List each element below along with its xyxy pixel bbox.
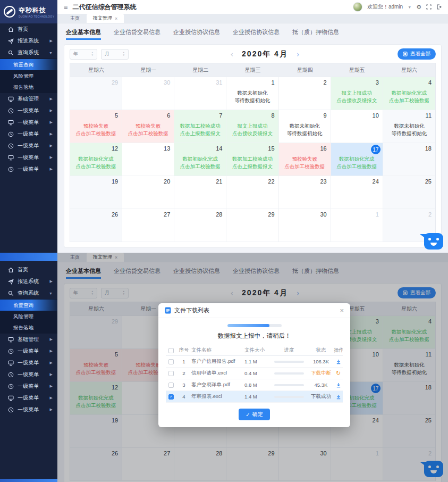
calendar-day-cell[interactable]: 9数据未初始化等待数据初始化 bbox=[279, 110, 331, 143]
calendar-day-cell[interactable]: 30 bbox=[279, 209, 331, 242]
day-status-line[interactable]: 点击加工校验数据 bbox=[386, 97, 432, 103]
sidebar-item[interactable]: 报送系统▶ bbox=[0, 276, 57, 287]
calendar-day-cell[interactable]: 10 bbox=[331, 110, 383, 143]
day-status-line[interactable]: 等待数据初始化 bbox=[386, 130, 432, 136]
sidebar-item[interactable]: 一级菜单▶ bbox=[0, 392, 57, 404]
year-select[interactable]: 年 ▲▼ bbox=[70, 49, 97, 60]
sidebar-subitem[interactable]: 报告落地 bbox=[0, 81, 57, 93]
calendar-day-cell[interactable]: 24 bbox=[331, 176, 383, 209]
stepper-icon[interactable]: ▲▼ bbox=[91, 52, 94, 56]
sidebar-item[interactable]: 查询系统▼ bbox=[0, 47, 57, 59]
day-status-line[interactable]: 点击加工校验数据 bbox=[125, 130, 171, 136]
day-status-line[interactable]: 等待数据初始化 bbox=[282, 130, 327, 136]
calendar-day-cell[interactable]: 31 bbox=[174, 77, 226, 110]
calendar-day-cell[interactable]: 11数据未初始化等待数据初始化 bbox=[383, 110, 435, 143]
day-status-line[interactable]: 点击加工校验数据 bbox=[282, 163, 327, 169]
calendar-day-cell[interactable]: 1数据未初始化等待数据初始化 bbox=[226, 77, 278, 110]
hamburger-icon[interactable]: ≡ bbox=[64, 4, 68, 11]
sidebar-item[interactable]: 一级菜单▶ bbox=[0, 117, 57, 128]
window-tab[interactable]: 主页 bbox=[64, 14, 86, 23]
prev-month-icon[interactable]: ‹ bbox=[230, 51, 233, 58]
day-status-line[interactable]: 点击接收反馈报文 bbox=[230, 130, 275, 136]
sidebar-subitem[interactable]: 报告落地 bbox=[0, 322, 57, 333]
row-checkbox[interactable] bbox=[168, 383, 174, 388]
sidebar-item[interactable]: 一级菜单▶ bbox=[0, 152, 57, 163]
calendar-day-cell[interactable]: 4数据初始化完成点击加工校验数据 bbox=[383, 77, 435, 110]
calendar-day-cell[interactable]: 5预校验失败点击加工校验数据 bbox=[70, 110, 122, 143]
day-status-line[interactable]: 点击加工校验数据 bbox=[73, 130, 119, 136]
download-icon[interactable] bbox=[334, 383, 343, 388]
file-row[interactable]: 2信用申请单.excl0.4 M下载中断↻ bbox=[166, 368, 343, 379]
calendar-day-cell[interactable]: 17数据初始化完成点击加工校验数据 bbox=[331, 143, 383, 176]
page-tab[interactable]: 抵（质）押物信息 bbox=[292, 28, 339, 40]
download-icon[interactable] bbox=[334, 394, 343, 400]
sidebar-item[interactable]: 一级菜单▶ bbox=[0, 163, 57, 175]
stepper-icon[interactable]: ▲▼ bbox=[123, 52, 125, 56]
page-tab[interactable]: 企业基本信息 bbox=[66, 28, 101, 40]
view-all-button[interactable]: 查看全部 bbox=[398, 48, 436, 60]
confirm-button[interactable]: ✓ 确定 bbox=[239, 409, 269, 420]
chevron-down-icon[interactable]: ▼ bbox=[408, 5, 411, 9]
sidebar-item[interactable]: 一级菜单▶ bbox=[0, 128, 57, 140]
calendar-day-cell[interactable]: 13 bbox=[122, 143, 174, 176]
select-all-checkbox[interactable] bbox=[168, 348, 174, 353]
calendar-day-cell[interactable]: 14数据初始化完成点击加工校验数据 bbox=[174, 143, 226, 176]
chat-bubble-button[interactable] bbox=[424, 233, 443, 250]
window-tab[interactable]: 报文管理× bbox=[87, 14, 124, 23]
calendar-day-cell[interactable]: 16预校验失败点击加工校验数据 bbox=[279, 143, 331, 176]
day-status-line[interactable]: 点击加工校验数据 bbox=[73, 163, 119, 169]
month-select[interactable]: 月 ▲▼ bbox=[101, 49, 129, 60]
file-row[interactable]: ✓4年审报表.excl1.4 M下载成功 bbox=[166, 391, 343, 403]
sidebar-item[interactable]: 基础管理▶ bbox=[0, 93, 57, 105]
row-checkbox[interactable] bbox=[168, 359, 174, 364]
refresh-icon[interactable]: ↻ bbox=[334, 370, 343, 377]
calendar-day-cell[interactable]: 3报文上报成功点击接收反馈报文 bbox=[331, 77, 383, 110]
page-tab[interactable]: 企业信贷交易信息 bbox=[114, 28, 160, 40]
calendar-day-cell[interactable]: 15数据加工校验成功点击上报数据报文 bbox=[226, 143, 278, 176]
download-icon[interactable] bbox=[334, 359, 343, 364]
calendar-day-cell[interactable]: 23 bbox=[279, 176, 331, 209]
calendar-day-cell[interactable]: 6预校验失败点击加工校验数据 bbox=[122, 110, 174, 143]
calendar-day-cell[interactable]: 25 bbox=[383, 176, 435, 209]
day-status-line[interactable]: 点击加工校验数据 bbox=[177, 163, 223, 169]
day-status-line[interactable]: 点击上报数据报文 bbox=[230, 163, 275, 169]
logout-icon[interactable] bbox=[436, 4, 442, 10]
sidebar-item[interactable]: 报送系统▶ bbox=[0, 35, 57, 47]
calendar-day-cell[interactable]: 30 bbox=[122, 77, 174, 110]
page-tab[interactable]: 企业授信协议信息 bbox=[173, 28, 220, 40]
sidebar-item[interactable]: 一级菜单▶ bbox=[0, 140, 57, 152]
row-checkbox[interactable]: ✓ bbox=[168, 394, 174, 400]
calendar-day-cell[interactable]: 2 bbox=[279, 77, 331, 110]
calendar-day-cell[interactable]: 8报文上报成功点击接收反馈报文 bbox=[226, 110, 278, 143]
file-row[interactable]: 3客户交易详单.pdf0.8 M45.3K bbox=[166, 379, 343, 391]
page-tab[interactable]: 企业授信协议信息 bbox=[233, 28, 280, 40]
calendar-day-cell[interactable]: 1 bbox=[331, 209, 383, 242]
day-status-line[interactable]: 等待数据初始化 bbox=[230, 97, 275, 103]
calendar-day-cell[interactable]: 19 bbox=[70, 176, 122, 209]
gear-icon[interactable]: ⚙ bbox=[416, 4, 421, 11]
day-status-line[interactable]: 点击接收反馈报文 bbox=[334, 97, 379, 103]
calendar-day-cell[interactable]: 18 bbox=[383, 143, 435, 176]
sidebar-subitem[interactable]: 前置查询 bbox=[0, 59, 57, 70]
calendar-day-cell[interactable]: 26 bbox=[70, 209, 122, 242]
calendar-day-cell[interactable]: 27 bbox=[122, 209, 174, 242]
calendar-day-cell[interactable]: 21 bbox=[174, 176, 226, 209]
avatar[interactable] bbox=[353, 2, 362, 12]
day-status-line[interactable]: 点击上报数据报文 bbox=[177, 130, 223, 136]
close-icon[interactable]: × bbox=[340, 307, 344, 314]
day-status-line[interactable]: 点击加工校验数据 bbox=[334, 163, 379, 169]
sidebar-item[interactable]: 一级菜单▶ bbox=[0, 369, 57, 380]
sidebar-item[interactable]: 一级菜单▶ bbox=[0, 105, 57, 117]
calendar-day-cell[interactable]: 7数据加工校验成功点击上报数据报文 bbox=[174, 110, 226, 143]
sidebar-subitem[interactable]: 风险管理 bbox=[0, 70, 57, 81]
fullscreen-icon[interactable] bbox=[426, 4, 432, 10]
calendar-day-cell[interactable]: 29 bbox=[70, 77, 122, 110]
calendar-day-cell[interactable]: 12数据初始化完成点击加工校验数据 bbox=[70, 143, 122, 176]
row-checkbox[interactable] bbox=[168, 371, 174, 376]
file-row[interactable]: 1客户户信用报告.pdf1.1 M106.3K bbox=[166, 356, 343, 368]
calendar-day-cell[interactable]: 22 bbox=[226, 176, 278, 209]
sidebar-item[interactable]: 首页 bbox=[0, 23, 57, 35]
sidebar-item[interactable]: 查询系统▼ bbox=[0, 287, 57, 299]
next-month-icon[interactable]: › bbox=[297, 51, 300, 58]
sidebar-item[interactable]: 一级菜单▶ bbox=[0, 404, 57, 415]
